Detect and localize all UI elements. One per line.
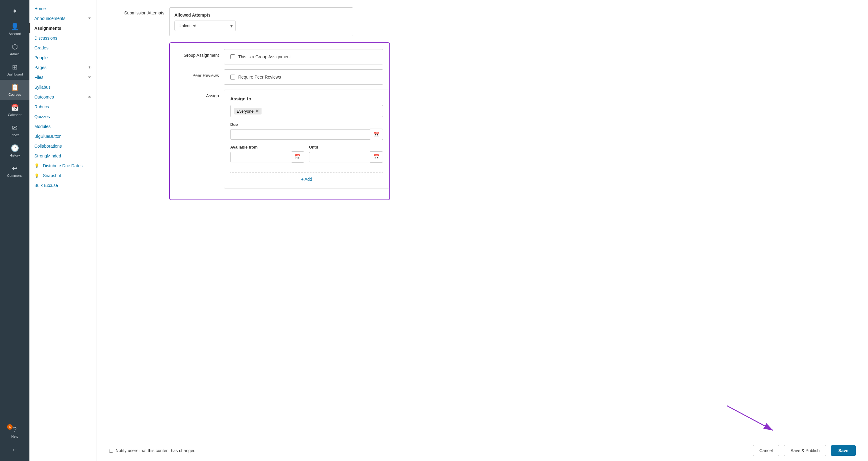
- sidebar-item-strongminded[interactable]: StrongMinded: [29, 151, 97, 161]
- icon-navigation: ✦ 👤 Account ⬡ Admin ⊞ Dashboard 📋 Course…: [0, 0, 29, 461]
- sidebar-item-collaborations[interactable]: Collaborations: [29, 141, 97, 151]
- allowed-attempts-select[interactable]: Unlimited 1 2 3: [175, 21, 236, 31]
- save-button[interactable]: Save: [831, 445, 856, 456]
- save-publish-button[interactable]: Save & Publish: [784, 445, 826, 456]
- nav-account[interactable]: 👤 Account: [0, 19, 29, 39]
- submission-attempts-section: Submission Attempts Allowed Attempts Unl…: [109, 7, 856, 36]
- available-from-field: Available from 📅: [230, 145, 304, 168]
- group-assignment-label: Group Assignment: [176, 49, 219, 58]
- course-sidebar: Home Announcements 👁 Assignments Discuss…: [29, 0, 97, 461]
- group-assignment-checkbox[interactable]: [230, 54, 235, 59]
- nav-admin[interactable]: ⬡ Admin: [0, 39, 29, 60]
- add-assign-button[interactable]: + Add: [301, 177, 312, 182]
- sidebar-item-discussions[interactable]: Discussions: [29, 33, 97, 43]
- nav-dashboard[interactable]: ⊞ Dashboard: [0, 60, 29, 80]
- sidebar-item-rubrics[interactable]: Rubrics: [29, 102, 97, 112]
- nav-history[interactable]: 🕐 History: [0, 141, 29, 161]
- notify-row: Notify users that this content has chang…: [109, 448, 748, 453]
- sidebar-item-grades[interactable]: Grades: [29, 43, 97, 53]
- purple-bordered-section: Group Assignment This is a Group Assignm…: [169, 42, 390, 200]
- nav-commons[interactable]: ↩ Commons: [0, 161, 29, 181]
- everyone-tag: Everyone ✕: [234, 108, 261, 114]
- sidebar-item-assignments[interactable]: Assignments: [29, 23, 97, 33]
- assign-label: Assign: [176, 90, 219, 98]
- due-date-input[interactable]: [230, 129, 370, 140]
- peer-reviews-checkbox[interactable]: [230, 75, 235, 80]
- snapshot-icon: 💡: [34, 173, 39, 178]
- due-date-row: 📅: [230, 128, 383, 140]
- until-calendar-button[interactable]: 📅: [370, 151, 383, 163]
- peer-reviews-content: Require Peer Reviews: [224, 69, 383, 85]
- group-assignment-checkbox-box: This is a Group Assignment: [224, 49, 383, 64]
- available-from-input[interactable]: [230, 152, 291, 162]
- sidebar-item-outcomes[interactable]: Outcomes 👁: [29, 92, 97, 102]
- pages-visibility-icon[interactable]: 👁: [88, 65, 92, 70]
- submission-attempts-content: Allowed Attempts Unlimited 1 2 3 ▾: [169, 7, 353, 36]
- peer-reviews-row: Peer Reviews Require Peer Reviews: [176, 69, 383, 85]
- until-field: Until 📅: [309, 145, 383, 168]
- outcomes-visibility-icon[interactable]: 👁: [88, 95, 92, 99]
- available-from-date-row: 📅: [230, 151, 304, 163]
- sidebar-item-bigbluebutton[interactable]: BigBlueButton: [29, 132, 97, 141]
- group-assignment-content: This is a Group Assignment: [224, 49, 383, 64]
- until-date-row: 📅: [309, 151, 383, 163]
- sidebar-item-syllabus[interactable]: Syllabus: [29, 82, 97, 92]
- assign-content: Assign to Everyone ✕ Due: [224, 90, 390, 189]
- peer-reviews-checkbox-box: Require Peer Reviews: [224, 69, 383, 85]
- allowed-attempts-select-wrapper: Unlimited 1 2 3 ▾: [175, 21, 236, 31]
- distribute-due-icon: 💡: [34, 163, 39, 168]
- nav-calendar[interactable]: 📅 Calendar: [0, 100, 29, 120]
- sidebar-item-pages[interactable]: Pages 👁: [29, 63, 97, 73]
- sidebar-item-files[interactable]: Files 👁: [29, 73, 97, 82]
- sidebar-item-announcements[interactable]: Announcements 👁: [29, 13, 97, 23]
- group-assignment-checkbox-label[interactable]: This is a Group Assignment: [230, 54, 377, 59]
- due-date-calendar-button[interactable]: 📅: [370, 128, 383, 140]
- nav-logo: ✦: [0, 4, 29, 19]
- sidebar-item-distribute-due[interactable]: 💡 Distribute Due Dates: [29, 161, 97, 171]
- due-label: Due: [230, 122, 383, 127]
- nav-back[interactable]: ←: [11, 442, 19, 457]
- group-assignment-row: Group Assignment This is a Group Assignm…: [176, 49, 383, 64]
- nav-inbox[interactable]: ✉ Inbox: [0, 120, 29, 141]
- add-button-row: + Add: [230, 172, 383, 182]
- sidebar-item-snapshot[interactable]: 💡 Snapshot: [29, 171, 97, 180]
- assign-to-title: Assign to: [230, 96, 383, 101]
- attempts-box: Allowed Attempts Unlimited 1 2 3 ▾: [169, 7, 353, 36]
- bottom-action-bar: Notify users that this content has chang…: [97, 440, 868, 461]
- sidebar-item-people[interactable]: People: [29, 53, 97, 63]
- nav-help[interactable]: 6 ? Help: [11, 422, 19, 442]
- until-input[interactable]: [309, 152, 370, 162]
- cancel-button[interactable]: Cancel: [753, 445, 779, 456]
- main-content: Submission Attempts Allowed Attempts Unl…: [97, 0, 868, 440]
- nav-courses[interactable]: 📋 Courses: [0, 80, 29, 100]
- sidebar-item-modules[interactable]: Modules: [29, 121, 97, 132]
- available-from-calendar-button[interactable]: 📅: [291, 151, 304, 163]
- remove-everyone-tag[interactable]: ✕: [255, 109, 259, 114]
- submission-attempts-label: Submission Attempts: [109, 7, 164, 16]
- peer-reviews-checkbox-label[interactable]: Require Peer Reviews: [230, 75, 377, 80]
- notify-checkbox[interactable]: [109, 449, 113, 453]
- assign-to-field[interactable]: Everyone ✕: [230, 105, 383, 117]
- available-until-row: Available from 📅 Until: [230, 145, 383, 168]
- assign-box: Assign to Everyone ✕ Due: [224, 90, 390, 189]
- announcements-visibility-icon[interactable]: 👁: [88, 16, 92, 21]
- available-from-label: Available from: [230, 145, 304, 149]
- sidebar-item-home[interactable]: Home: [29, 4, 97, 13]
- files-visibility-icon[interactable]: 👁: [88, 75, 92, 80]
- purple-section-wrapper: Group Assignment This is a Group Assignm…: [109, 42, 856, 206]
- sidebar-item-bulk-excuse[interactable]: Bulk Excuse: [29, 180, 97, 190]
- sidebar-item-quizzes[interactable]: Quizzes: [29, 112, 97, 121]
- peer-reviews-label: Peer Reviews: [176, 69, 219, 78]
- allowed-attempts-label: Allowed Attempts: [175, 12, 348, 18]
- until-label: Until: [309, 145, 383, 149]
- assign-row: Assign Assign to Everyone ✕: [176, 90, 383, 189]
